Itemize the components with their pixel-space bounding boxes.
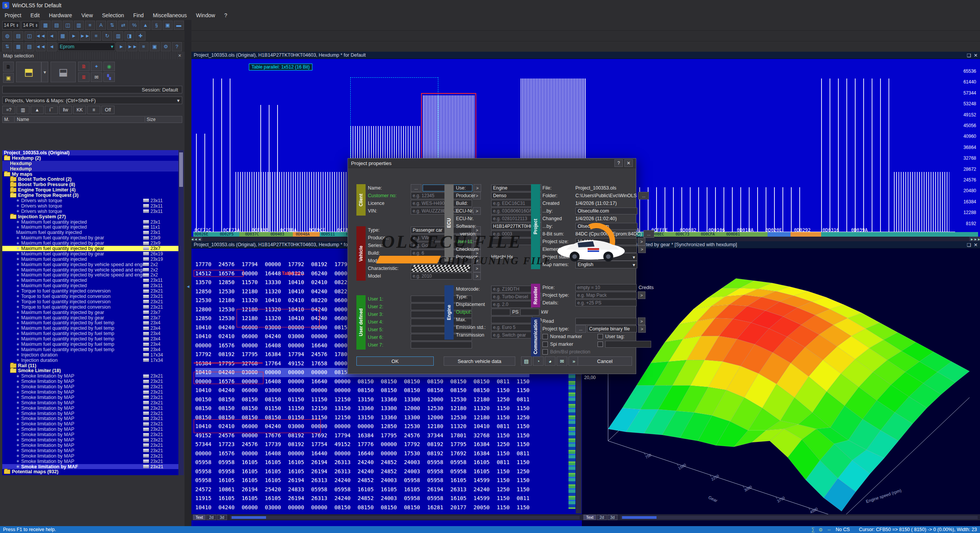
tree-row[interactable]: ∗Maximum fuel quantity injected by gear2… (2, 246, 178, 251)
tab-2d[interactable]: 2d (597, 515, 607, 520)
tree-row[interactable]: ∗Maximum fuel quantity injected by fuel … (2, 325, 178, 331)
collapse-arrow-icon[interactable]: ◄ (186, 284, 190, 289)
tree-row[interactable]: ∗Maximum fuel quantity injected by gear2… (2, 315, 178, 320)
field-input[interactable]: e.g. R20 (411, 265, 472, 272)
menu-item-window[interactable]: Window (191, 11, 220, 19)
tree-row[interactable]: ∗Maximum fuel quantity injected by gear2… (2, 240, 178, 246)
field-input[interactable] (491, 316, 532, 323)
tree-row[interactable]: ∗Torque to fuel quantity injected conver… (2, 304, 178, 310)
tree-row[interactable]: ∗Maximum fuel quantity injected by fuel … (2, 342, 178, 347)
tree-row[interactable]: ∗Smoke limitation by MAP23x21 (2, 379, 178, 384)
user-tag-input[interactable] (605, 341, 651, 348)
toolbar-icon[interactable]: ◫ (24, 31, 34, 41)
toolbar-icon[interactable]: ▲ (140, 21, 150, 30)
output-kw-input[interactable] (520, 309, 539, 316)
toolbar-icon[interactable]: ▦ (13, 42, 23, 51)
open-project-button[interactable]: ⬒ (16, 62, 41, 82)
eprom-combo[interactable]: Eprom▾ (58, 43, 115, 51)
tree-row[interactable]: ∗Smoke limitation by MAP23x21 (2, 405, 178, 411)
toolbar-icon[interactable]: ◍ (2, 31, 12, 41)
tree-row[interactable]: ∗Maximum fuel quantity injected23x19 (2, 257, 178, 262)
hexdump-top-titlebar[interactable]: Project_100353.ols (Original), H1B14P27T… (191, 52, 980, 59)
arrow-button[interactable]: > (473, 265, 481, 272)
toolbar-icon[interactable]: ► (69, 31, 79, 41)
tree-row[interactable]: ∗Maximum fuel quantity injected by gear2… (2, 235, 178, 240)
close-icon[interactable]: ✕ (974, 53, 978, 58)
tree-row[interactable]: Hexdump (2, 161, 178, 166)
field-input[interactable]: e.g. EDC16C31 (491, 200, 532, 207)
field-input[interactable]: e.g. 0003 (491, 231, 532, 237)
toolbar-icon[interactable]: ? (172, 42, 182, 51)
comment-icon[interactable]: ✉ (557, 356, 567, 366)
menu-item-miscellaneous[interactable]: Miscellaneous (148, 11, 191, 19)
ok-button[interactable]: OK (356, 356, 434, 366)
tree-row[interactable]: ∗Smoke limitation by MAP23x21 (2, 448, 178, 453)
column-size[interactable]: Size (145, 117, 182, 122)
tree-row[interactable]: ∗Maximum fuel quantity injected23x11 (2, 283, 178, 288)
tree-row[interactable]: ∗Smoke limitation by MAP23x21 (2, 453, 178, 459)
filter-icon[interactable]: ▥ (16, 106, 29, 114)
tree-row[interactable]: ∗Torque to fuel quantity injected conver… (2, 288, 178, 294)
font-size-spinner[interactable]: 14 Pt▲▼ (21, 21, 39, 29)
toolbar-icon[interactable]: ◄◄ (36, 42, 46, 51)
toolbar-icon[interactable]: % (129, 21, 139, 30)
search-vehicle-data-button[interactable]: Search vehicle data (444, 356, 515, 366)
toolbar-icon[interactable]: ≡ (85, 21, 95, 30)
chevron-down-icon[interactable]: ▾ (633, 254, 635, 260)
ellipsis-button[interactable]: ... (575, 325, 586, 333)
tree-row[interactable]: ∗Smoke limitation by MAP23x21 (2, 459, 178, 464)
toolbar-icon[interactable]: ▣ (150, 42, 160, 51)
tree-row[interactable]: ∗Smoke limitation by MAP23x21 (2, 443, 178, 448)
toolbar-icon[interactable]: ≡ (91, 31, 101, 41)
field-input[interactable]: e.g. Turbo-Diesel (491, 293, 532, 300)
filter-icon[interactable]: ▲ (31, 106, 44, 114)
tree-row[interactable]: Injection System (27) (2, 214, 178, 219)
output-ps-input[interactable] (491, 309, 510, 316)
paste-icon[interactable]: ▤ (521, 356, 532, 366)
checkbox[interactable] (542, 342, 548, 347)
globe-download-icon[interactable]: ◔ (533, 356, 544, 366)
field-input[interactable]: e.g. Z19DTH (491, 286, 532, 293)
field-input[interactable]: e.g. +25 PS (575, 299, 637, 306)
tree-row[interactable]: Boost Turbo Control (2) (2, 177, 178, 182)
tree-row[interactable]: ∗Injection duration17x34 (2, 352, 178, 358)
arrow-button[interactable]: > (638, 325, 646, 333)
tree-row[interactable]: ∗Maximum fuel quantity injected11x1 (2, 224, 178, 230)
tree-row[interactable]: ∗Maximum fuel quantity injected by fuel … (2, 336, 178, 342)
toolbar-icon[interactable]: ► (116, 42, 126, 51)
toolbar-icon[interactable]: ▤ (24, 42, 34, 51)
tree-row[interactable]: ∗Smoke limitation by MAP23x21 (2, 437, 178, 443)
tree-row[interactable]: Smoke Limiter (18) (2, 368, 178, 374)
tree-row[interactable]: ∗Maximum fuel quantity injected23x11 (2, 278, 178, 283)
toolbar-icon[interactable]: ◄◄ (36, 31, 46, 41)
dropdown[interactable]: in development▾ (575, 253, 637, 261)
export-button[interactable]: ⬓ (51, 62, 76, 82)
filter-icon[interactable]: =? (2, 106, 15, 114)
hex-row[interactable]: 00150 08150 08150 08150 01150 11150 1215… (195, 395, 529, 404)
tab-3d[interactable]: 3d (217, 515, 227, 520)
h-scroll-thumb[interactable] (622, 516, 657, 519)
toolbar-icon[interactable]: ⇄ (118, 21, 128, 30)
tree-row[interactable]: Rail (11) (2, 363, 178, 368)
toolbar-icon[interactable]: ◨ (124, 31, 134, 41)
field-input[interactable]: e.g. 2.0 (491, 301, 532, 308)
tree-row[interactable]: ∗Smoke limitation by MAP23x21 (2, 411, 178, 416)
tree-row[interactable]: Hexdump (2) (2, 155, 178, 161)
toolbar-icon[interactable]: ◫ (63, 21, 73, 30)
toolbar-icon[interactable]: ◄ (47, 42, 57, 51)
field-input[interactable]: Engine (491, 185, 532, 191)
session-bar[interactable]: Session: Default (2, 86, 182, 93)
ellipsis-button[interactable]: ... (411, 184, 421, 192)
arrow-button[interactable]: > (638, 245, 646, 253)
mail-icon[interactable]: ✉ (91, 72, 102, 82)
menu-item-[interactable]: ? (220, 11, 232, 19)
field-input[interactable]: empty = 10 (575, 284, 637, 291)
tree-row[interactable]: My maps (2, 172, 178, 177)
tree-row[interactable]: ∗Smoke limitation by MAP23x21 (2, 400, 178, 405)
panel-splitter[interactable]: ◄ (185, 20, 191, 526)
tree-row[interactable]: ∗Drivers wish torque23x11 (2, 198, 178, 203)
filter-icon[interactable]: KK (73, 106, 86, 114)
ellipsis-button[interactable]: ... (638, 192, 649, 199)
tree-row[interactable]: ∗Maximum fuel quantity injected by fuel … (2, 320, 178, 326)
search-maps-icon[interactable]: ◉ (103, 62, 115, 71)
